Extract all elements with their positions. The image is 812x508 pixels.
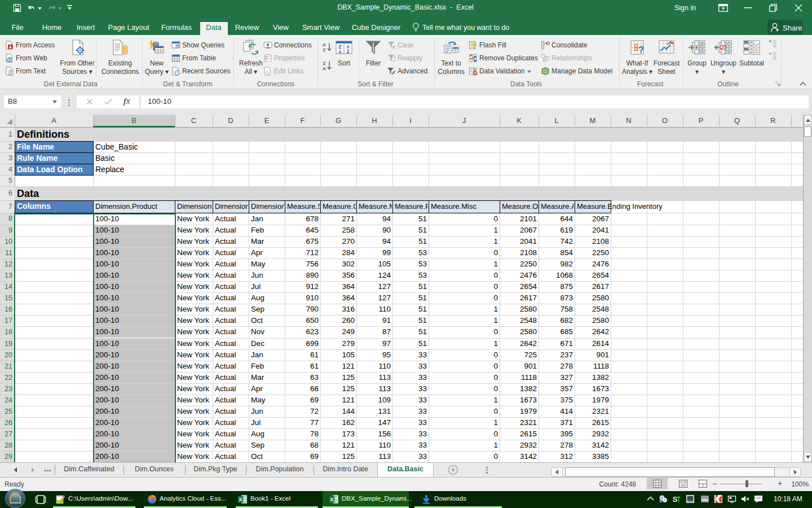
svg-text:Z: Z xyxy=(346,49,349,54)
svg-text:A: A xyxy=(9,45,12,50)
svg-text:A: A xyxy=(323,66,326,71)
svg-text:X: X xyxy=(239,497,242,502)
svg-text:A: A xyxy=(338,49,342,55)
svg-text:S: S xyxy=(673,495,678,503)
svg-text:Z: Z xyxy=(323,47,326,52)
svg-text:vm: vm xyxy=(702,497,708,502)
svg-text:Z: Z xyxy=(323,61,326,66)
svg-text:X: X xyxy=(330,497,333,502)
svg-text:?: ? xyxy=(638,45,644,55)
svg-text:A: A xyxy=(323,42,326,47)
